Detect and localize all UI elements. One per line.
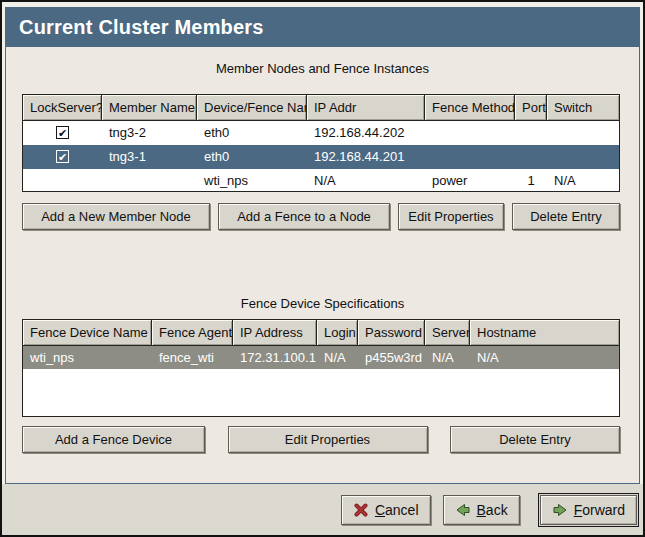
member-table-header: LockServer? Member Name Device/Fence Nam… [23, 95, 619, 121]
member-name-cell: tng3-2 [102, 121, 197, 145]
fence-edit-properties-button[interactable]: Edit Properties [228, 426, 428, 453]
member-delete-entry-button[interactable]: Delete Entry [512, 203, 620, 230]
fence-devices-table: Fence Device Name Fence Agent IP Address… [22, 319, 620, 417]
ip-address-cell: 172.31.100.1 [233, 346, 317, 370]
fence-row-wti-nps-selected[interactable]: wti_nps fence_wti 172.31.100.1 N/A p455w… [23, 346, 619, 369]
member-table-caption: Member Nodes and Fence Instances [6, 61, 639, 76]
cancel-x-icon [353, 502, 369, 518]
col-ip-address[interactable]: IP Address [233, 320, 317, 345]
col-ip-addr[interactable]: IP Addr [307, 95, 425, 120]
switch-cell: N/A [547, 169, 619, 193]
member-edit-properties-button[interactable]: Edit Properties [398, 203, 504, 230]
member-row-tng3-2[interactable]: tng3-2 eth0 192.168.44.202 [23, 121, 619, 145]
lockserver-cell [23, 169, 102, 193]
ip-addr-cell: 192.168.44.201 [307, 145, 425, 169]
window-title-bar: Current Cluster Members [6, 8, 639, 47]
ip-addr-cell: N/A [307, 169, 425, 193]
cancel-label: Cancel [375, 502, 419, 518]
login-cell: N/A [317, 346, 358, 370]
back-arrow-icon [455, 502, 471, 518]
col-fence-method[interactable]: Fence Method [425, 95, 515, 120]
device-fence-cell: wti_nps [197, 169, 307, 193]
fence-buttons-row: Add a Fence Device Edit Properties Delet… [22, 426, 620, 454]
fence-table-caption: Fence Device Specifications [6, 296, 639, 311]
hostname-cell: N/A [470, 346, 619, 370]
member-buttons-row: Add a New Member Node Add a Fence to a N… [22, 203, 620, 231]
ip-addr-cell: 192.168.44.202 [307, 121, 425, 145]
fence-agent-cell: fence_wti [152, 346, 233, 370]
cancel-button[interactable]: Cancel [341, 495, 431, 525]
add-member-node-button[interactable]: Add a New Member Node [22, 203, 210, 230]
add-fence-device-button[interactable]: Add a Fence Device [22, 426, 205, 453]
col-lockserver[interactable]: LockServer? [23, 95, 102, 120]
add-fence-to-node-button[interactable]: Add a Fence to a Node [218, 203, 390, 230]
server-cell: N/A [425, 346, 470, 370]
fence-method-cell [425, 121, 515, 145]
forward-arrow-icon [552, 502, 568, 518]
switch-cell [547, 121, 619, 145]
lockserver-cell [23, 145, 102, 169]
member-name-cell [102, 169, 197, 193]
device-fence-cell: eth0 [197, 145, 307, 169]
switch-cell [547, 145, 619, 169]
back-button[interactable]: Back [443, 495, 520, 525]
back-label: Back [477, 502, 508, 518]
col-fence-agent[interactable]: Fence Agent [152, 320, 233, 345]
col-hostname[interactable]: Hostname [470, 320, 619, 345]
main-panel: Current Cluster Members Member Nodes and… [5, 7, 640, 484]
page-title: Current Cluster Members [19, 16, 264, 39]
forward-button[interactable]: Forward [540, 495, 637, 525]
member-row-wti-nps[interactable]: wti_nps N/A power 1 N/A [23, 169, 619, 193]
col-device-fence-name[interactable]: Device/Fence Name [197, 95, 307, 120]
fence-delete-entry-button[interactable]: Delete Entry [450, 426, 620, 453]
member-name-cell: tng3-1 [102, 145, 197, 169]
col-login[interactable]: Login [317, 320, 358, 345]
col-password[interactable]: Password [358, 320, 425, 345]
lockserver-checkbox-checked[interactable] [56, 150, 69, 163]
password-cell: p455w3rd [358, 346, 425, 370]
port-cell [515, 121, 547, 145]
fence-table-header: Fence Device Name Fence Agent IP Address… [23, 320, 619, 346]
col-fence-device-name[interactable]: Fence Device Name [23, 320, 152, 345]
lockserver-cell [23, 121, 102, 145]
port-cell: 1 [515, 169, 547, 193]
footer-button-bar: Cancel Back Forward [2, 484, 643, 535]
fence-method-cell [425, 145, 515, 169]
fence-method-cell: power [425, 169, 515, 193]
member-row-tng3-1-selected[interactable]: tng3-1 eth0 192.168.44.201 [23, 145, 619, 169]
col-server[interactable]: Server [425, 320, 470, 345]
device-fence-cell: eth0 [197, 121, 307, 145]
port-cell [515, 145, 547, 169]
forward-label: Forward [574, 502, 625, 518]
col-member-name[interactable]: Member Name [102, 95, 197, 120]
wizard-window: Current Cluster Members Member Nodes and… [0, 0, 645, 537]
content-area: Member Nodes and Fence Instances LockSer… [6, 47, 639, 483]
fence-device-name-cell: wti_nps [23, 346, 152, 370]
col-switch[interactable]: Switch [547, 95, 619, 120]
lockserver-checkbox-checked[interactable] [56, 126, 69, 139]
member-nodes-table: LockServer? Member Name Device/Fence Nam… [22, 94, 620, 192]
col-port[interactable]: Port [515, 95, 547, 120]
